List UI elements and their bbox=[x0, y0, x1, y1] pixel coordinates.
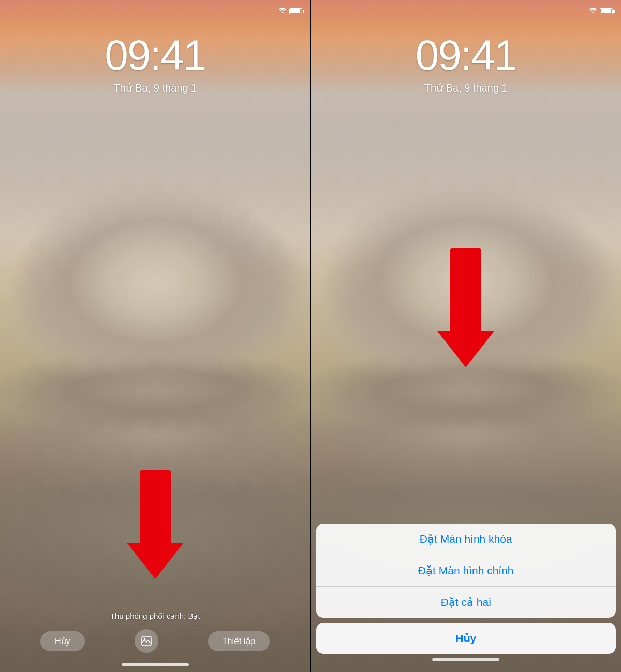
action-sheet-menu: Đặt Màn hình khóa Đặt Màn hình chính Đặt… bbox=[316, 524, 616, 618]
set-lock-screen-button[interactable]: Đặt Màn hình khóa bbox=[316, 524, 616, 555]
left-bottom-controls: Thu phóng phối cảnh: Bật Hủy Thiết lập bbox=[0, 611, 310, 672]
right-arrow-head bbox=[437, 331, 494, 367]
left-cancel-button[interactable]: Hủy bbox=[40, 631, 85, 651]
wifi-icon bbox=[278, 7, 287, 16]
right-home-indicator bbox=[432, 658, 499, 661]
set-both-button[interactable]: Đặt cả hai bbox=[316, 587, 616, 618]
left-time: 09:41 bbox=[0, 31, 310, 80]
right-battery-icon bbox=[600, 8, 613, 14]
left-time-display: 09:41 Thứ Ba, 9 tháng 1 bbox=[0, 31, 310, 94]
left-phone-panel: 09:41 Thứ Ba, 9 tháng 1 Thu phóng phối c… bbox=[0, 0, 310, 672]
right-phone-panel: 09:41 Thứ Ba, 9 tháng 1 Đặt Màn hình khó… bbox=[311, 0, 622, 672]
left-arrow-shaft bbox=[140, 470, 171, 543]
right-arrow-shaft bbox=[450, 248, 481, 331]
left-button-row: Hủy Thiết lập bbox=[0, 629, 310, 653]
left-arrow-head bbox=[127, 543, 184, 579]
wallpaper-icon bbox=[141, 635, 152, 647]
action-sheet-cancel-button[interactable]: Hủy bbox=[316, 623, 616, 654]
left-home-indicator bbox=[122, 663, 189, 666]
right-time: 09:41 bbox=[311, 31, 622, 80]
svg-point-3 bbox=[593, 12, 594, 13]
svg-point-0 bbox=[282, 12, 283, 13]
left-setup-button[interactable]: Thiết lập bbox=[208, 631, 270, 651]
action-sheet: Đặt Màn hình khóa Đặt Màn hình chính Đặt… bbox=[311, 524, 622, 672]
right-time-display: 09:41 Thứ Ba, 9 tháng 1 bbox=[311, 31, 622, 94]
right-red-arrow bbox=[437, 248, 494, 367]
right-date: Thứ Ba, 9 tháng 1 bbox=[311, 82, 622, 94]
left-red-arrow bbox=[127, 470, 184, 579]
right-wifi-icon bbox=[589, 7, 597, 16]
right-status-bar bbox=[311, 0, 622, 23]
left-date: Thứ Ba, 9 tháng 1 bbox=[0, 82, 310, 94]
battery-icon bbox=[289, 8, 302, 14]
right-status-icons bbox=[589, 7, 613, 16]
set-home-screen-button[interactable]: Đặt Màn hình chính bbox=[316, 555, 616, 587]
left-status-bar bbox=[0, 0, 310, 23]
parallax-label: Thu phóng phối cảnh: Bật bbox=[0, 611, 310, 621]
left-status-icons bbox=[278, 7, 302, 16]
wallpaper-preview-button[interactable] bbox=[135, 629, 158, 653]
